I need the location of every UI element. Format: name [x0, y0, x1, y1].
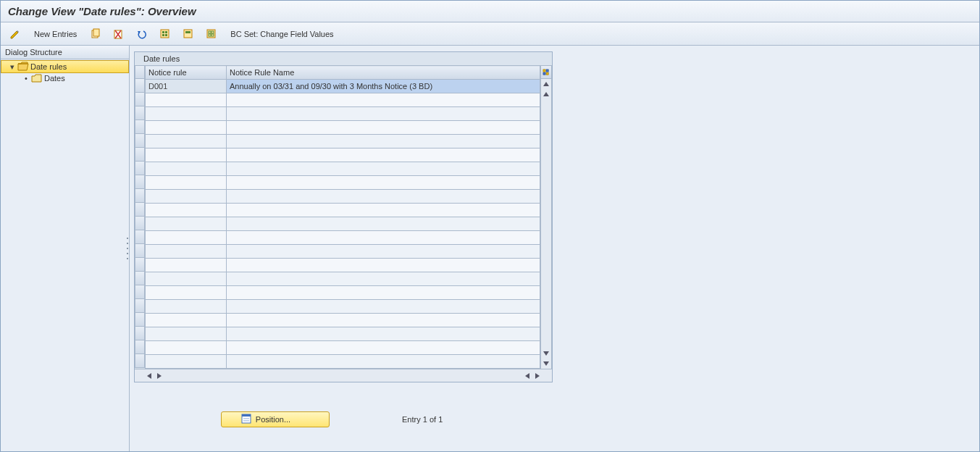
- row-selector[interactable]: [135, 230, 145, 244]
- row-selector[interactable]: [135, 148, 145, 162]
- table-row[interactable]: [146, 190, 540, 204]
- cell-empty[interactable]: [146, 341, 227, 355]
- cell-empty[interactable]: [227, 190, 540, 204]
- cell-empty[interactable]: [146, 176, 227, 190]
- cell-empty[interactable]: [227, 327, 540, 341]
- delete-button[interactable]: [110, 26, 127, 42]
- row-selector[interactable]: [135, 313, 145, 327]
- scroll-right-icon[interactable]: [533, 372, 542, 380]
- table-row[interactable]: [146, 107, 540, 121]
- cell-empty[interactable]: [146, 231, 227, 245]
- vertical-scrollbar[interactable]: [540, 79, 552, 369]
- cell-empty[interactable]: [227, 204, 540, 217]
- tree-item-date-rules[interactable]: ▾ Date rules: [1, 60, 129, 73]
- cell-empty[interactable]: [146, 327, 227, 341]
- table-row[interactable]: [146, 135, 540, 148]
- cell-empty[interactable]: [227, 217, 540, 231]
- column-header-notice-rule-name[interactable]: Notice Rule Name: [227, 66, 540, 80]
- cell-empty[interactable]: [227, 259, 540, 272]
- row-selector-header[interactable]: [135, 65, 145, 79]
- row-selector[interactable]: [135, 272, 145, 285]
- cell-notice-rule-name[interactable]: Annually on 03/31 and 09/30 with 3 Month…: [227, 80, 540, 93]
- bc-set-change-field-values-button[interactable]: BC Set: Change Field Values: [226, 26, 338, 42]
- cell-empty[interactable]: [227, 245, 540, 259]
- table-row[interactable]: [146, 259, 540, 272]
- cell-empty[interactable]: [227, 314, 540, 327]
- table-row[interactable]: D001 Annually on 03/31 and 09/30 with 3 …: [146, 80, 540, 93]
- cell-empty[interactable]: [146, 135, 227, 148]
- tree-expander-icon[interactable]: ▾: [9, 62, 16, 72]
- cell-empty[interactable]: [227, 300, 540, 314]
- cell-empty[interactable]: [146, 204, 227, 217]
- cell-empty[interactable]: [227, 93, 540, 107]
- scroll-up-icon[interactable]: [541, 89, 551, 99]
- table-row[interactable]: [146, 162, 540, 176]
- tree-item-dates[interactable]: • Dates: [1, 72, 129, 84]
- table-row[interactable]: [146, 231, 540, 245]
- cell-empty[interactable]: [146, 300, 227, 314]
- cell-empty[interactable]: [146, 107, 227, 121]
- row-selector[interactable]: [135, 106, 145, 120]
- scroll-left-icon[interactable]: [523, 372, 532, 380]
- row-selector[interactable]: [135, 162, 145, 175]
- table-row[interactable]: [146, 204, 540, 217]
- row-selector[interactable]: [135, 217, 145, 230]
- row-selector[interactable]: [135, 79, 145, 93]
- table-row[interactable]: [146, 272, 540, 286]
- scroll-down-icon[interactable]: [541, 359, 551, 369]
- table-row[interactable]: [146, 314, 540, 327]
- cell-empty[interactable]: [146, 148, 227, 162]
- cell-empty[interactable]: [146, 217, 227, 231]
- cell-empty[interactable]: [146, 272, 227, 286]
- horizontal-scrollbar[interactable]: [135, 369, 552, 382]
- cell-empty[interactable]: [146, 355, 227, 369]
- cell-empty[interactable]: [227, 121, 540, 135]
- table-row[interactable]: [146, 148, 540, 162]
- table-row[interactable]: [146, 176, 540, 190]
- cell-empty[interactable]: [146, 121, 227, 135]
- cell-empty[interactable]: [227, 231, 540, 245]
- table-row[interactable]: [146, 121, 540, 135]
- cell-notice-rule[interactable]: D001: [146, 80, 227, 93]
- splitter-handle[interactable]: [125, 234, 130, 263]
- cell-empty[interactable]: [227, 148, 540, 162]
- row-selector[interactable]: [135, 93, 145, 106]
- cell-empty[interactable]: [227, 176, 540, 190]
- row-selector[interactable]: [135, 175, 145, 189]
- scroll-up-icon[interactable]: [541, 79, 551, 89]
- cell-empty[interactable]: [146, 245, 227, 259]
- table-row[interactable]: [146, 217, 540, 231]
- cell-empty[interactable]: [227, 286, 540, 300]
- row-selector[interactable]: [135, 203, 145, 217]
- row-selector[interactable]: [135, 134, 145, 148]
- row-selector[interactable]: [135, 120, 145, 134]
- cell-empty[interactable]: [146, 286, 227, 300]
- table-row[interactable]: [146, 286, 540, 300]
- cell-empty[interactable]: [227, 135, 540, 148]
- column-header-notice-rule[interactable]: Notice rule: [146, 66, 227, 80]
- select-block-button[interactable]: [180, 26, 197, 42]
- select-all-button[interactable]: [156, 26, 174, 42]
- cell-empty[interactable]: [227, 272, 540, 286]
- cell-empty[interactable]: [227, 162, 540, 176]
- table-row[interactable]: [146, 355, 540, 369]
- table-row[interactable]: [146, 300, 540, 314]
- row-selector[interactable]: [135, 189, 145, 203]
- row-selector[interactable]: [135, 299, 145, 313]
- cell-empty[interactable]: [146, 162, 227, 176]
- table-row[interactable]: [146, 93, 540, 107]
- table-row[interactable]: [146, 327, 540, 341]
- table-row[interactable]: [146, 245, 540, 259]
- row-selector[interactable]: [135, 244, 145, 258]
- row-selector[interactable]: [135, 327, 145, 340]
- table-row[interactable]: [146, 341, 540, 355]
- deselect-all-button[interactable]: [203, 26, 220, 42]
- scroll-right-icon[interactable]: [155, 372, 164, 380]
- row-selector[interactable]: [135, 340, 145, 354]
- cell-empty[interactable]: [227, 341, 540, 355]
- row-selector[interactable]: [135, 258, 145, 272]
- cell-empty[interactable]: [146, 190, 227, 204]
- toggle-display-change-button[interactable]: [7, 26, 24, 42]
- copy-as-button[interactable]: [87, 26, 104, 42]
- cell-empty[interactable]: [227, 355, 540, 369]
